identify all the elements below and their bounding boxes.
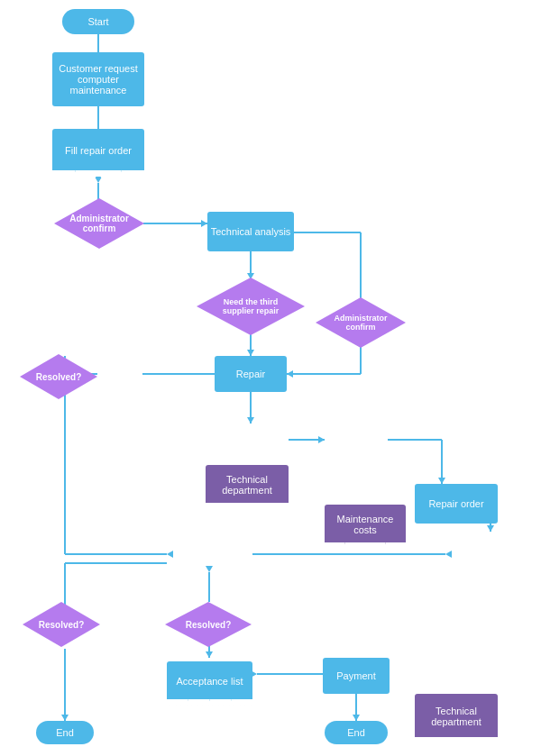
repair-order-node: Repair order — [415, 484, 498, 524]
svg-marker-45 — [445, 551, 452, 558]
need-third-supplier-node: Need the third supplier repair — [197, 278, 305, 335]
customer-request-node: Customer request computer maintenance — [52, 52, 144, 106]
maintenance-costs-node: Maintenance costs — [325, 505, 406, 544]
acceptance-list-1-node: Acceptance list — [167, 661, 252, 701]
svg-marker-44 — [167, 551, 173, 558]
svg-marker-36 — [353, 715, 360, 721]
technical-analysis-node: Technical analysis — [207, 212, 294, 251]
svg-marker-38 — [438, 478, 445, 484]
payment-node: Payment — [323, 658, 390, 694]
resolved-3-node: Resolved? — [165, 602, 252, 647]
start-node: Start — [62, 9, 134, 34]
end-1-node: End — [36, 721, 94, 744]
technical-dept-2-node: Technical department — [415, 694, 498, 739]
svg-marker-43 — [287, 370, 293, 378]
end-2-node: End — [325, 721, 388, 744]
svg-marker-39 — [487, 525, 494, 532]
resolved-1-node: Resolved? — [20, 354, 97, 399]
svg-marker-41 — [318, 436, 325, 443]
svg-marker-40 — [201, 220, 207, 227]
technical-dept-1-node: Technical department — [206, 465, 289, 505]
svg-marker-32 — [247, 350, 254, 356]
svg-marker-34 — [206, 566, 213, 572]
resolved-2-node: Resolved? — [23, 602, 100, 647]
repair-node: Repair — [215, 356, 287, 392]
fill-repair-order-node: Fill repair order — [52, 129, 144, 172]
svg-marker-37 — [61, 715, 69, 721]
admin-confirm-1-node: Administrator confirm — [54, 198, 144, 249]
svg-marker-30 — [95, 177, 102, 183]
svg-marker-35 — [206, 651, 213, 658]
admin-confirm-2-node: Administrator confirm — [316, 297, 406, 348]
svg-marker-33 — [247, 417, 254, 424]
flowchart-diagram: Start Customer request computer maintena… — [0, 0, 541, 756]
